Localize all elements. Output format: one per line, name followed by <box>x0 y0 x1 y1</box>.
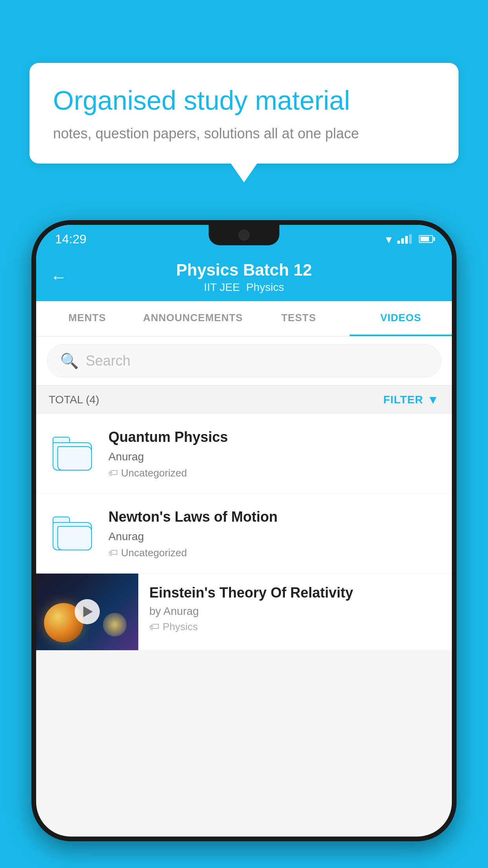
video-tag: 🏷 Uncategorized <box>108 467 439 479</box>
tab-announcements[interactable]: ANNOUNCEMENTS <box>138 301 248 336</box>
header-subtitle: IIT JEE Physics <box>204 281 284 294</box>
search-icon: 🔍 <box>60 352 79 370</box>
folder-icon <box>53 517 92 550</box>
filter-bar: TOTAL (4) FILTER ▼ <box>36 386 452 414</box>
tag-icon: 🏷 <box>108 467 118 478</box>
play-icon <box>83 606 93 617</box>
bubble-subtitle: notes, question papers, solutions all at… <box>53 125 435 142</box>
battery-icon <box>419 235 433 243</box>
glow-decoration <box>103 613 127 636</box>
tab-videos[interactable]: VIDEOS <box>350 301 452 336</box>
video-info: Newton's Laws of Motion Anurag 🏷 Uncateg… <box>108 508 439 559</box>
header-tag-iitjee: IIT JEE <box>204 281 240 294</box>
filter-button[interactable]: FILTER ▼ <box>383 393 439 406</box>
folder-thumbnail <box>49 514 96 553</box>
tab-tests[interactable]: TESTS <box>248 301 350 336</box>
video-info: Quantum Physics Anurag 🏷 Uncategorized <box>108 428 439 479</box>
back-button[interactable]: ← <box>50 268 67 287</box>
folder-icon <box>53 437 92 471</box>
list-item[interactable]: Newton's Laws of Motion Anurag 🏷 Uncateg… <box>36 494 452 574</box>
phone-wrapper: 14:29 ▾ ← Physics Batch 1 <box>31 220 457 868</box>
status-icons: ▾ <box>386 232 433 246</box>
bubble-title: Organised study material <box>53 85 435 117</box>
list-item[interactable]: Einstein's Theory Of Relativity by Anura… <box>36 574 452 651</box>
status-time: 14:29 <box>55 232 86 246</box>
wifi-icon: ▾ <box>386 232 392 246</box>
video-author: by Anurag <box>149 605 441 618</box>
phone-camera <box>238 230 250 241</box>
tab-ments[interactable]: MENTS <box>36 301 138 336</box>
phone-outer: 14:29 ▾ ← Physics Batch 1 <box>31 220 457 841</box>
tag-icon: 🏷 <box>149 621 160 633</box>
list-item[interactable]: Quantum Physics Anurag 🏷 Uncategorized <box>36 414 452 494</box>
app-header: ← Physics Batch 12 IIT JEE Physics <box>36 253 452 301</box>
search-bar[interactable]: 🔍 Search <box>47 344 441 377</box>
phone-notch <box>209 225 279 245</box>
folder-thumbnail <box>49 434 96 473</box>
video-title: Quantum Physics <box>108 428 439 447</box>
video-tag: 🏷 Uncategorized <box>108 547 439 559</box>
video-title: Newton's Laws of Motion <box>108 508 439 526</box>
header-tag-physics: Physics <box>246 281 284 294</box>
video-author: Anurag <box>108 530 439 543</box>
search-placeholder: Search <box>86 353 130 369</box>
phone-screen: 14:29 ▾ ← Physics Batch 1 <box>36 225 452 837</box>
video-thumbnail <box>36 574 138 650</box>
tabs-bar: MENTS ANNOUNCEMENTS TESTS VIDEOS <box>36 301 452 337</box>
video-title: Einstein's Theory Of Relativity <box>149 585 441 601</box>
total-count: TOTAL (4) <box>49 394 99 406</box>
speech-bubble: Organised study material notes, question… <box>29 63 459 164</box>
video-tag: 🏷 Physics <box>149 621 441 633</box>
signal-icon <box>397 234 412 244</box>
search-container: 🔍 Search <box>36 337 452 386</box>
play-button[interactable] <box>75 599 100 624</box>
tag-icon: 🏷 <box>108 547 118 558</box>
video-author: Anurag <box>108 451 439 463</box>
filter-icon: ▼ <box>427 393 439 406</box>
header-title: Physics Batch 12 <box>176 261 312 280</box>
video-info: Einstein's Theory Of Relativity by Anura… <box>138 574 452 644</box>
